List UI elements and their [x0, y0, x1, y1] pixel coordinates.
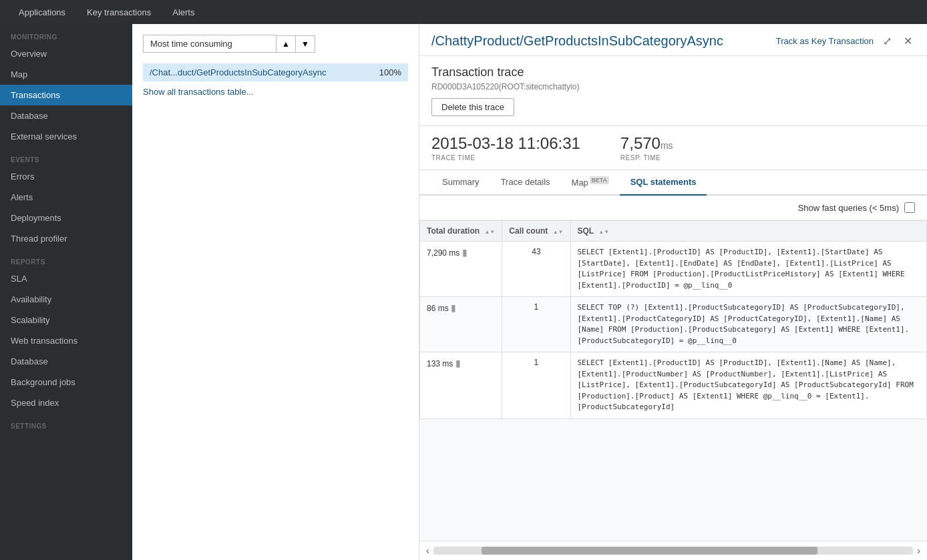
resp-time-label: RESP. TIME [620, 154, 673, 162]
call-count-cell: 1 [502, 352, 570, 419]
sidebar-item-web-transactions[interactable]: Web transactions [0, 330, 132, 351]
sidebar-item-alerts[interactable]: Alerts [0, 187, 132, 208]
sort-arrows-duration: ▲▼ [484, 229, 495, 235]
sql-table-body: 7,290 ms ▮ 43 SELECT [Extent1].[ProductI… [420, 242, 927, 419]
col-call-count[interactable]: Call count ▲▼ [502, 221, 570, 242]
fast-queries-row: Show fast queries (< 5ms) [419, 196, 927, 220]
col-total-duration[interactable]: Total duration ▲▼ [420, 221, 502, 242]
scroll-track[interactable] [433, 547, 914, 555]
sidebar-item-background-jobs[interactable]: Background jobs [0, 372, 132, 392]
beta-badge: BETA [590, 176, 609, 184]
call-count-cell: 43 [502, 242, 570, 297]
trace-meta-row: 2015-03-18 11:06:31 TRACE TIME 7,570ms R… [419, 126, 927, 170]
tab-summary[interactable]: Summary [431, 170, 490, 196]
sidebar-item-database[interactable]: Database [0, 105, 132, 126]
show-all-transactions-link[interactable]: Show all transactions table... [143, 87, 253, 97]
fast-queries-checkbox[interactable] [904, 202, 915, 213]
table-row: 86 ms ▮ 1 SELECT TOP (?) [Extent1].[Prod… [420, 297, 927, 352]
main-layout: MONITORING Overview Map Transactions Dat… [0, 24, 927, 560]
transaction-bar[interactable]: /Chat...duct/GetProductsInSubCategoryAsy… [143, 63, 408, 81]
sidebar-item-transactions[interactable]: Transactions [0, 85, 132, 105]
trace-title: Transaction trace [431, 65, 915, 79]
sort-arrows-call-count: ▲▼ [553, 229, 564, 235]
sql-code: SELECT TOP (?) [Extent1].[ProductSubcate… [578, 303, 910, 345]
resp-time-unit: ms [661, 140, 673, 151]
transaction-bar-percentage: 100% [379, 67, 401, 77]
sidebar-item-overview[interactable]: Overview [0, 43, 132, 64]
sort-arrows-sql: ▲▼ [598, 229, 609, 235]
sidebar-item-availability[interactable]: Availability [0, 289, 132, 310]
dropdown-arrow-up[interactable]: ▲ [276, 35, 296, 53]
tab-sql-statements[interactable]: SQL statements [620, 170, 707, 196]
trace-time-label: TRACE TIME [431, 154, 580, 162]
sidebar-item-database-report[interactable]: Database [0, 351, 132, 372]
sql-table-header: Total duration ▲▼ Call count ▲▼ SQL ▲▼ [420, 221, 927, 242]
table-row: 7,290 ms ▮ 43 SELECT [Extent1].[ProductI… [420, 242, 927, 297]
trace-time-value: 2015-03-18 11:06:31 [431, 134, 580, 153]
sidebar-item-external-services[interactable]: External services [0, 126, 132, 147]
dropdown-arrow-down[interactable]: ▼ [296, 35, 315, 53]
sidebar: MONITORING Overview Map Transactions Dat… [0, 24, 132, 560]
sql-cell[interactable]: SELECT [Extent1].[ProductID] AS [Product… [570, 352, 927, 419]
sql-area: Show fast queries (< 5ms) Total duration… [419, 196, 927, 541]
detail-header-actions: Track as Key Transaction ⤢ ✕ [776, 33, 915, 49]
nav-applications[interactable]: Applications [8, 0, 76, 24]
close-detail-button[interactable]: ✕ [901, 33, 915, 49]
sidebar-item-deployments[interactable]: Deployments [0, 208, 132, 228]
sql-row-icon[interactable]: ▮ [462, 247, 468, 258]
sidebar-section-events: EVENTS [0, 147, 132, 166]
track-key-transaction-button[interactable]: Track as Key Transaction [776, 36, 874, 46]
sql-row-icon[interactable]: ▮ [455, 358, 461, 368]
sidebar-item-errors[interactable]: Errors [0, 166, 132, 187]
sql-cell[interactable]: SELECT TOP (?) [Extent1].[ProductSubcate… [570, 297, 927, 352]
sql-cell[interactable]: SELECT [Extent1].[ProductID] AS [Product… [570, 242, 927, 297]
sidebar-section-reports: REPORTS [0, 249, 132, 268]
sql-code: SELECT [Extent1].[ProductID] AS [Product… [578, 248, 910, 290]
dropdown-row: Most time consuming ▲ ▼ [143, 35, 408, 53]
top-navigation: Applications Key transactions Alerts [0, 0, 927, 24]
trace-section: Transaction trace RD000D3A105220(ROOT:si… [419, 56, 927, 126]
trace-subtitle: RD000D3A105220(ROOT:sitecmchattyio) [431, 82, 915, 91]
trace-time-item: 2015-03-18 11:06:31 TRACE TIME [431, 134, 580, 162]
sidebar-section-monitoring: MONITORING [0, 24, 132, 43]
sidebar-section-settings: SETTINGS [0, 413, 132, 433]
sql-code: SELECT [Extent1].[ProductID] AS [Product… [578, 358, 918, 411]
col-sql[interactable]: SQL ▲▼ [570, 221, 927, 242]
detail-title: /ChattyProduct/GetProductsInSubCategoryA… [431, 33, 723, 49]
sidebar-item-sla[interactable]: SLA [0, 268, 132, 289]
table-row: 133 ms ▮ 1 SELECT [Extent1].[ProductID] … [420, 352, 927, 419]
duration-cell: 133 ms ▮ [420, 352, 502, 419]
delete-trace-button[interactable]: Delete this trace [431, 98, 514, 116]
scroll-thumb [482, 547, 817, 555]
nav-alerts[interactable]: Alerts [162, 0, 205, 24]
detail-header: /ChattyProduct/GetProductsInSubCategoryA… [419, 24, 927, 56]
call-count-cell: 1 [502, 297, 570, 352]
duration-cell: 86 ms ▮ [420, 297, 502, 352]
content-area: Most time consuming ▲ ▼ /Chat...duct/Get… [132, 24, 927, 560]
resp-time-item: 7,570ms RESP. TIME [620, 134, 673, 162]
time-consuming-select[interactable]: Most time consuming [143, 35, 276, 53]
sidebar-item-thread-profiler[interactable]: Thread profiler [0, 228, 132, 249]
scroll-left-button[interactable]: ‹ [426, 545, 429, 556]
resp-time-value: 7,570ms [620, 134, 673, 153]
scroll-right-button[interactable]: › [917, 545, 920, 556]
sql-row-icon[interactable]: ▮ [451, 302, 456, 313]
sql-table-header-row: Total duration ▲▼ Call count ▲▼ SQL ▲▼ [420, 221, 927, 242]
tab-map[interactable]: MapBETA [561, 170, 620, 196]
tab-trace-details[interactable]: Trace details [490, 170, 561, 196]
tabs-bar: Summary Trace details MapBETA SQL statem… [419, 170, 927, 196]
duration-cell: 7,290 ms ▮ [420, 242, 502, 297]
nav-key-transactions[interactable]: Key transactions [76, 0, 162, 24]
sidebar-item-scalability[interactable]: Scalability [0, 310, 132, 330]
bottom-scrollbar: ‹ › [419, 541, 927, 560]
sidebar-item-speed-index[interactable]: Speed index [0, 392, 132, 413]
left-panel: Most time consuming ▲ ▼ /Chat...duct/Get… [132, 24, 419, 560]
sidebar-item-map[interactable]: Map [0, 64, 132, 85]
detail-pane: /ChattyProduct/GetProductsInSubCategoryA… [419, 24, 927, 560]
expand-button[interactable]: ⤢ [880, 33, 894, 49]
sql-table: Total duration ▲▼ Call count ▲▼ SQL ▲▼ [419, 220, 927, 419]
transaction-bar-name: /Chat...duct/GetProductsInSubCategoryAsy… [150, 67, 374, 77]
fast-queries-label: Show fast queries (< 5ms) [798, 203, 899, 213]
